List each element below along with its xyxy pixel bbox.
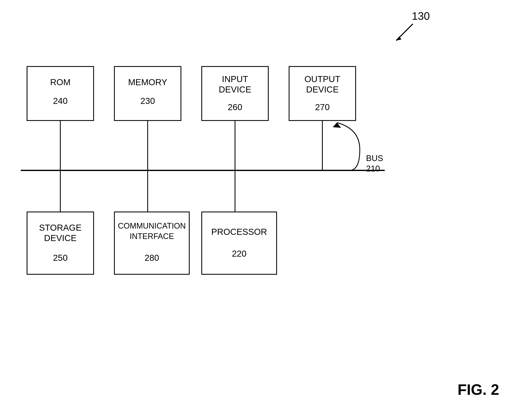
storage-device-label1: STORAGE: [39, 223, 82, 233]
comm-interface-label2: INTERFACE: [129, 232, 174, 241]
bus-number: 210: [366, 164, 380, 173]
comm-interface-label1: COMMUNICATION: [118, 221, 186, 230]
memory-number: 230: [140, 96, 155, 106]
output-device-number: 270: [315, 102, 330, 112]
processor-number: 220: [232, 249, 246, 258]
processor-box: [202, 212, 277, 274]
rom-box: [27, 66, 94, 121]
processor-label1: PROCESSOR: [211, 227, 267, 237]
storage-device-label2: DEVICE: [44, 233, 77, 243]
output-device-label2: DEVICE: [306, 85, 339, 94]
fig-label: FIG. 2: [458, 381, 499, 398]
input-device-label1: INPUT: [222, 74, 248, 84]
input-device-number: 260: [228, 102, 242, 112]
output-device-label1: OUTPUT: [305, 74, 340, 84]
diagram-container: 130 ROM 240 MEMORY 230 INPUT DEVICE 260 …: [0, 0, 532, 416]
memory-box: [114, 66, 181, 121]
bus-label: BUS: [366, 153, 383, 163]
comm-interface-number: 280: [145, 253, 159, 263]
rom-number: 240: [53, 96, 68, 106]
comm-interface-box: [114, 212, 189, 274]
svg-marker-1: [396, 36, 401, 40]
storage-device-number: 250: [53, 253, 68, 263]
memory-label1: MEMORY: [128, 77, 167, 87]
rom-label1: ROM: [50, 77, 70, 87]
input-device-label2: DEVICE: [219, 85, 251, 94]
figure-ref-number: 130: [412, 10, 430, 22]
storage-device-box: [27, 212, 94, 274]
